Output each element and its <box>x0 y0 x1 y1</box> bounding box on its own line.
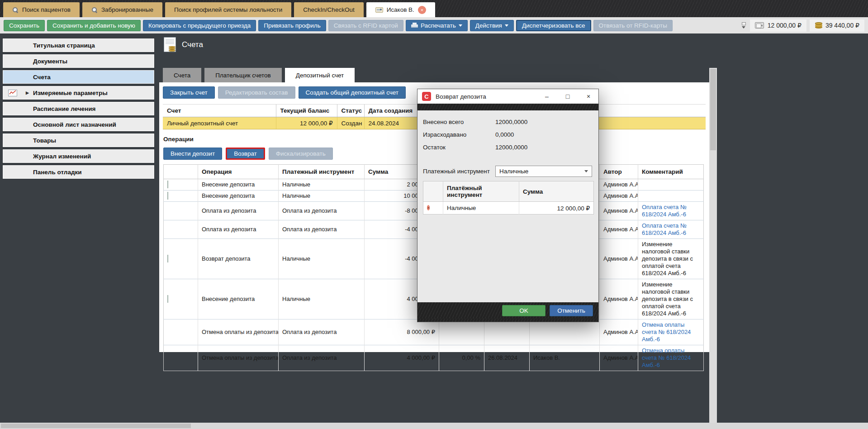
comment-link[interactable]: Оплата счета № 618/2024 Амб.-6 <box>642 222 687 236</box>
comment-text: Изменение налоговой ставки депозита в св… <box>642 281 693 317</box>
date-cell <box>484 319 530 345</box>
add-deposit-button[interactable]: Внести депозит <box>163 148 222 160</box>
toolbar-button-7[interactable]: Диспетчеризовать все <box>516 20 591 31</box>
toolbar-button-2[interactable]: Копировать с предыдущего приезда <box>143 20 256 31</box>
sidebar-item-6[interactable]: Товары <box>3 133 154 147</box>
horizontal-scrollbar-thumb[interactable] <box>1 424 191 428</box>
author-cell: Админов А.А. <box>600 220 638 239</box>
toolbar-button-3[interactable]: Привязать профиль <box>258 20 326 31</box>
sidebar-item-1[interactable]: Документы <box>3 54 154 68</box>
sidebar-item-2[interactable]: Счета <box>3 70 154 84</box>
patient-tab-bar: Поиск пациентовЗабронированныеПоиск проф… <box>0 0 868 17</box>
sidebar-item-5[interactable]: Основной лист назначений <box>3 118 154 131</box>
close-icon[interactable]: × <box>580 90 597 103</box>
tab-deposit-account[interactable]: Депозитный счет <box>285 68 355 82</box>
toolbar-overflow-icon[interactable] <box>742 22 746 29</box>
comment-link[interactable]: Отмена оплаты счета № 618/2024 Амб.-6 <box>642 321 691 343</box>
refund-row[interactable]: × Наличные 12 000,00 ₽ <box>423 202 594 214</box>
toolbar-button-label: Действия <box>475 22 502 29</box>
patient-tab-1[interactable]: Забронированные <box>82 2 162 17</box>
operation-row-7[interactable]: Отмена оплаты из депозитаОплата из депоз… <box>164 345 704 371</box>
toolbar-button-label: Отвязать от RFID-карты <box>599 22 667 29</box>
toolbar-button-1[interactable]: Сохранить и добавить новую <box>47 20 141 31</box>
sidebar-item-label: Измеряемые параметры <box>33 90 108 96</box>
expand-arrow-icon[interactable]: ▶ <box>26 91 29 95</box>
close-tab-icon[interactable]: × <box>418 6 426 14</box>
edit-composition-button: Редактировать состав <box>218 86 295 99</box>
refund-button[interactable]: Возврат <box>226 148 265 160</box>
field-total-deposited-value: 12000,0000 <box>495 119 527 125</box>
toolbar-buttons: СохранитьСохранить и добавить новуюКопир… <box>4 20 673 31</box>
tab-accounts[interactable]: Счета <box>163 68 201 82</box>
patient-tab-0[interactable]: Поиск пациентов <box>3 2 80 17</box>
patient-tab-3[interactable]: CheckIn/CheckOut <box>294 2 363 17</box>
sidebar-item-label: Панель отладки <box>33 169 82 176</box>
toolbar-button-6[interactable]: Действия <box>470 20 514 31</box>
delete-row-icon[interactable]: × <box>427 205 430 210</box>
sidebar-item-7[interactable]: Журнал изменений <box>3 149 154 163</box>
sidebar-item-label: Счета <box>33 74 51 81</box>
instrument-cell: Оплата из депозита <box>279 202 365 220</box>
horizontal-scrollbar[interactable] <box>0 423 868 429</box>
toolbar-button-4: Связать с RFID картой <box>328 20 403 31</box>
cancel-button[interactable]: Отменить <box>550 305 593 316</box>
patient-tab-4[interactable]: Исаков В.× <box>366 2 435 17</box>
vertical-scrollbar-thumb[interactable] <box>710 69 716 150</box>
receipt-cell <box>164 345 198 371</box>
instrument-cell: Наличные <box>279 279 365 319</box>
coins-icon <box>815 22 822 29</box>
deposit-balance-value: 12 000,00 ₽ <box>768 22 802 29</box>
main-toolbar: СохранитьСохранить и добавить новуюКопир… <box>0 17 868 33</box>
tab-payer[interactable]: Плательщик счетов <box>204 68 282 82</box>
col-status: Статус <box>337 105 364 117</box>
sidebar-item-0[interactable]: Титульная страница <box>3 38 154 52</box>
sidebar-nav: Титульная страницаДокументыСчета▶Измеряе… <box>0 33 156 423</box>
col-comment: Комментарий <box>638 165 704 179</box>
receipt-icon <box>167 192 168 200</box>
toolbar-button-label: Диспетчеризовать все <box>522 22 585 29</box>
toolbar-button-5[interactable]: Распечатать <box>406 20 468 31</box>
comment-link[interactable]: Отмена оплаты счета № 618/2024 Амб.-6 <box>642 347 691 368</box>
comment-cell[interactable]: Отмена оплаты счета № 618/2024 Амб.-6 <box>638 319 704 345</box>
chart-icon <box>8 90 17 96</box>
operation-cell: Оплата из депозита <box>198 220 279 239</box>
sidebar-item-8[interactable]: Панель отладки <box>3 165 154 179</box>
receipt-icon <box>167 255 168 262</box>
refund-instruments-table: Платёжный инструмент Сумма × Наличные 12… <box>423 181 594 214</box>
sidebar-item-label: Товары <box>33 137 56 144</box>
close-account-button[interactable]: Закрыть счет <box>163 86 215 99</box>
col-account: Счет <box>163 105 276 117</box>
receipt-cell <box>164 191 198 202</box>
vertical-scrollbar[interactable] <box>709 68 717 423</box>
ok-button[interactable]: OK <box>502 305 545 316</box>
field-spent-value: 0,0000 <box>495 131 514 138</box>
comment-cell[interactable]: Отмена оплаты счета № 618/2024 Амб.-6 <box>638 345 704 371</box>
patient-tab-label: Поиск пациентов <box>22 6 71 13</box>
operation-row-6[interactable]: Отмена оплаты из депозитаОплата из депоз… <box>164 319 704 345</box>
refund-table-header: Платёжный инструмент Сумма <box>423 181 594 202</box>
patient-tab-label: Поиск профилей системы лояльности <box>174 6 282 13</box>
payment-instrument-select[interactable]: Наличные <box>495 166 592 177</box>
toolbar-button-0[interactable]: Сохранить <box>4 20 45 31</box>
dialog-title: Возврат депозита <box>436 93 534 100</box>
operation-cell: Внесение депозита <box>198 179 279 191</box>
sidebar-item-label: Документы <box>33 58 67 65</box>
sidebar-item-3[interactable]: ▶Измеряемые параметры <box>3 86 154 100</box>
maximize-icon[interactable]: □ <box>560 90 576 103</box>
comment-cell[interactable]: Оплата счета № 618/2024 Амб.-6 <box>638 202 704 220</box>
minimize-icon[interactable]: – <box>539 90 555 103</box>
comment-cell[interactable]: Оплата счета № 618/2024 Амб.-6 <box>638 220 704 239</box>
payment-instrument-field: Платежный инструмент Наличные <box>423 166 593 177</box>
refund-sum[interactable]: 12 000,00 ₽ <box>519 202 594 214</box>
toolbar-button-label: Распечатать <box>421 22 456 29</box>
receipt-cell <box>164 202 198 220</box>
sidebar-item-4[interactable]: Расписание лечения <box>3 102 154 115</box>
comment-link[interactable]: Оплата счета № 618/2024 Амб.-6 <box>642 204 687 218</box>
date-cell: 26.08.2024 <box>484 345 530 371</box>
dialog-body: Внесено всего 12000,0000 Израсходавано 0… <box>417 110 598 302</box>
dialog-title-bar[interactable]: C Возврат депозита – □ × <box>417 89 598 104</box>
create-shared-deposit-button[interactable]: Создать общий депозитный счет <box>299 86 406 99</box>
account-status: Создан <box>337 117 364 129</box>
toolbar-button-label: Привязать профиль <box>264 22 320 29</box>
patient-tab-2[interactable]: Поиск профилей системы лояльности <box>165 2 291 17</box>
